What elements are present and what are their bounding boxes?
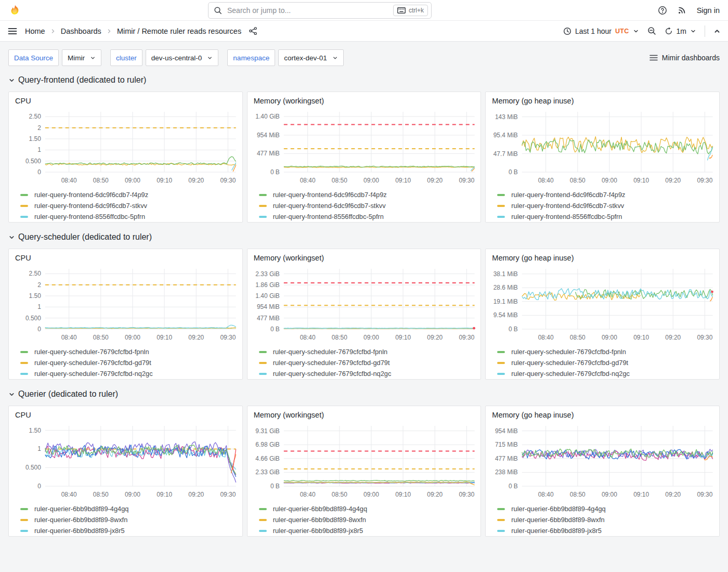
svg-text:09:20: 09:20 [427, 491, 443, 498]
svg-text:2.33 GiB: 2.33 GiB [255, 469, 280, 476]
legend-item[interactable]: ruler-querier-6bb9bd8f89-8wxfn [259, 514, 477, 525]
global-search[interactable]: ctrl+k [208, 2, 432, 19]
legend-item[interactable]: ruler-query-scheduler-7679cfcfbd-fpnln [20, 346, 238, 357]
svg-text:0 B: 0 B [270, 168, 280, 176]
mega-menu-button[interactable] [7, 26, 18, 36]
legend-item[interactable]: ruler-query-frontend-6dc9f6cdb7-f4p9z [497, 189, 715, 200]
legend-item[interactable]: ruler-query-frontend-8556ffcdbc-5pfrn [20, 211, 238, 222]
chevron-down-icon [8, 234, 15, 241]
legend-swatch [20, 194, 28, 196]
panel-title[interactable]: Memory (workingset) [252, 95, 477, 109]
panel-title[interactable]: Memory (go heap inuse) [490, 95, 715, 109]
legend-item[interactable]: ruler-querier-6bb9bd8f89-jx8r5 [20, 525, 238, 536]
news-button[interactable] [678, 6, 686, 15]
legend-item[interactable]: ruler-querier-6bb9bd8f89-4g4gq [497, 503, 715, 514]
legend-item[interactable]: ruler-query-frontend-6dc9f6cdb7-stkvv [259, 200, 477, 211]
panel-row: CPU 1.5010.500008:4008:5009:0009:1009:20… [8, 406, 720, 537]
panel: Memory (go heap inuse) 954 MiB715 MiB477… [485, 406, 720, 537]
mimir-dashboards-label: Mimir dashboards [662, 54, 720, 62]
legend-item[interactable]: ruler-querier-6bb9bd8f89-4g4gq [259, 503, 477, 514]
time-range-picker[interactable]: Last 1 hour UTC [563, 27, 639, 35]
legend-item[interactable]: ruler-query-scheduler-7679cfcfbd-gd79t [259, 357, 477, 368]
grafana-logo[interactable] [8, 4, 22, 17]
row-header[interactable]: Query-frontend (dedicated to ruler) [8, 75, 720, 85]
legend-item[interactable]: ruler-querier-6bb9bd8f89-jx8r5 [497, 525, 715, 536]
breadcrumb-home[interactable]: Home [25, 27, 45, 35]
legend-label: ruler-query-frontend-6dc9f6cdb7-f4p9z [511, 191, 625, 199]
legend-item[interactable]: ruler-query-scheduler-7679cfcfbd-gd79t [497, 357, 715, 368]
breadcrumb: Home Dashboards Mimir / Remote ruler rea… [25, 27, 241, 35]
legend-item[interactable]: ruler-query-frontend-6dc9f6cdb7-f4p9z [20, 189, 238, 200]
chevron-right-icon [50, 28, 56, 34]
svg-text:08:40: 08:40 [61, 177, 77, 184]
zoom-out-time-button[interactable] [647, 27, 656, 35]
legend-item[interactable]: ruler-query-scheduler-7679cfcfbd-nq2gc [497, 368, 715, 379]
legend-label: ruler-querier-6bb9bd8f89-4g4gq [273, 505, 367, 513]
keyboard-icon [397, 7, 406, 14]
panel-legend: ruler-query-frontend-6dc9f6cdb7-f4p9zrul… [490, 189, 715, 222]
namespace-dropdown[interactable]: cortex-dev-01 [278, 49, 344, 66]
svg-text:2.33 GiB: 2.33 GiB [255, 270, 280, 278]
legend-item[interactable]: ruler-querier-6bb9bd8f89-jx8r5 [259, 525, 477, 536]
refresh-picker[interactable]: 1m [665, 27, 696, 35]
chevron-down-icon [8, 77, 15, 84]
datasource-dropdown[interactable]: Mimir [62, 49, 101, 66]
panel-title[interactable]: Memory (workingset) [252, 252, 477, 266]
panel-title[interactable]: CPU [13, 252, 238, 266]
row-title: Query-frontend (dedicated to ruler) [18, 75, 146, 85]
svg-text:1: 1 [37, 445, 41, 452]
row-header[interactable]: Query-scheduler (dedicated to ruler) [8, 232, 720, 242]
panel-legend: ruler-query-scheduler-7679cfcfbd-fpnlnru… [252, 346, 477, 379]
panel-title[interactable]: CPU [13, 95, 238, 109]
legend-label: ruler-query-scheduler-7679cfcfbd-fpnln [511, 348, 626, 356]
legend-swatch [497, 373, 505, 375]
search-input[interactable] [226, 6, 389, 15]
svg-text:09:30: 09:30 [220, 334, 236, 341]
svg-text:08:50: 08:50 [93, 334, 109, 341]
sign-in-button[interactable]: Sign in [697, 6, 720, 15]
cluster-dropdown[interactable]: dev-us-central-0 [146, 49, 219, 66]
svg-text:2.50: 2.50 [29, 113, 42, 120]
legend-swatch [497, 205, 505, 207]
dashboard-section: Query-scheduler (dedicated to ruler) CPU… [8, 232, 720, 380]
collapse-controls-button[interactable] [713, 28, 721, 35]
panel-title[interactable]: CPU [13, 409, 238, 423]
svg-text:2: 2 [37, 124, 41, 132]
legend-label: ruler-query-scheduler-7679cfcfbd-nq2gc [34, 370, 153, 378]
legend-item[interactable]: ruler-query-frontend-6dc9f6cdb7-f4p9z [259, 189, 477, 200]
rss-icon [678, 6, 686, 15]
panel-title[interactable]: Memory (go heap inuse) [490, 252, 715, 266]
svg-text:09:30: 09:30 [697, 177, 713, 184]
legend-item[interactable]: ruler-query-frontend-8556ffcdbc-5pfrn [259, 211, 477, 222]
chevron-down-icon [332, 55, 338, 61]
share-dashboard-button[interactable] [249, 27, 257, 35]
legend-item[interactable]: ruler-query-scheduler-7679cfcfbd-gd79t [20, 357, 238, 368]
svg-text:09:00: 09:00 [363, 491, 379, 498]
svg-text:09:10: 09:10 [395, 491, 411, 498]
legend-item[interactable]: ruler-querier-6bb9bd8f89-8wxfn [20, 514, 238, 525]
legend-item[interactable]: ruler-query-frontend-6dc9f6cdb7-stkvv [20, 200, 238, 211]
svg-text:08:40: 08:40 [61, 334, 77, 341]
panel-title[interactable]: Memory (workingset) [252, 409, 477, 423]
panel: CPU 2.5021.5010.500008:4008:5009:0009:10… [8, 92, 243, 223]
breadcrumb-dashboards[interactable]: Dashboards [61, 27, 101, 35]
row-header[interactable]: Querier (dedicated to ruler) [8, 389, 720, 399]
legend-item[interactable]: ruler-query-frontend-8556ffcdbc-5pfrn [497, 211, 715, 222]
mimir-dashboards-button[interactable]: Mimir dashboards [649, 54, 720, 62]
top-navbar: ctrl+k Sign in [0, 0, 728, 21]
legend-item[interactable]: ruler-query-frontend-6dc9f6cdb7-stkvv [497, 200, 715, 211]
svg-text:6.98 GiB: 6.98 GiB [255, 441, 280, 448]
chevron-up-icon [713, 28, 721, 35]
help-button[interactable] [658, 6, 667, 15]
svg-text:0 B: 0 B [270, 326, 280, 333]
legend-item[interactable]: ruler-query-scheduler-7679cfcfbd-nq2gc [259, 368, 477, 379]
legend-item[interactable]: ruler-query-scheduler-7679cfcfbd-fpnln [259, 346, 477, 357]
legend-item[interactable]: ruler-query-scheduler-7679cfcfbd-fpnln [497, 346, 715, 357]
legend-item[interactable]: ruler-query-scheduler-7679cfcfbd-nq2gc [20, 368, 238, 379]
legend-item[interactable]: ruler-querier-6bb9bd8f89-4g4gq [20, 503, 238, 514]
svg-text:09:00: 09:00 [125, 177, 140, 184]
panel-title[interactable]: Memory (go heap inuse) [490, 409, 715, 423]
legend-item[interactable]: ruler-querier-6bb9bd8f89-8wxfn [497, 514, 715, 525]
svg-text:09:30: 09:30 [459, 491, 474, 498]
panel-chart: 1.40 GiB954 MiB477 MiB0 B08:4008:5009:00… [252, 109, 477, 187]
